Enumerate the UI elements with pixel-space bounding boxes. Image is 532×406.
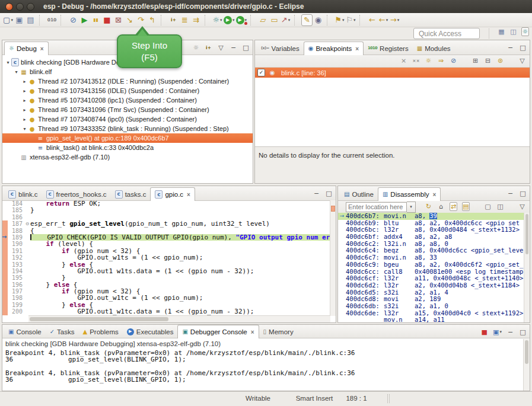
code-editor[interactable]: 184 return ESP_OK;185}186187⊖esp_err_t g… xyxy=(2,200,330,316)
disassembly-line[interactable]: 400dc6db:s32ia2, a1, 0 xyxy=(338,303,524,310)
sync-context-icon[interactable]: ⇄ xyxy=(450,202,457,211)
skip-all-breakpoints-icon[interactable]: ⊘ xyxy=(450,56,457,65)
tab-modules[interactable]: ▦Modules xyxy=(413,42,455,55)
chevron-expanded-icon[interactable]: ▾ xyxy=(13,69,20,75)
minimize-icon[interactable]: − xyxy=(506,328,514,337)
chevron-collapsed-icon[interactable]: ▸ xyxy=(21,117,28,122)
debug-tree-row[interactable]: ▸●Thread #3 1073413156 (IDLE) (Suspended… xyxy=(2,86,253,95)
annotation-navigation-button[interactable]: ◉ xyxy=(313,14,324,26)
editor-horizontal-scrollbar[interactable] xyxy=(28,315,330,322)
step-return-button[interactable]: ↰ xyxy=(146,14,158,26)
debug-tree-row[interactable]: ▸●Thread #2 1073413512 (IDLE : Running) … xyxy=(2,76,253,86)
display-console-icon[interactable]: ▣▾ xyxy=(493,328,502,337)
maximize-icon[interactable]: □ xyxy=(242,43,250,52)
quick-access-input[interactable]: Quick Access xyxy=(413,28,480,39)
debug-tree-row[interactable]: ▸●Thread #7 1073408744 (ipc0) (Suspended… xyxy=(2,114,253,124)
scrollbar-thumb[interactable] xyxy=(525,340,528,364)
suspend-button[interactable]: ▮▮ xyxy=(90,14,101,26)
open-perspective-button[interactable]: ▦ xyxy=(498,27,505,36)
open-resource-button[interactable]: ▭ xyxy=(269,14,280,26)
instruction-stepping-button[interactable]: i+ xyxy=(168,14,179,26)
step-over-button[interactable]: ↷ xyxy=(135,14,146,26)
run-button[interactable]: ▶▾ xyxy=(223,14,235,26)
terminate-console-icon[interactable]: ■ xyxy=(480,328,488,337)
console-output[interactable]: Breakpoint 4, blink_task (pvParameter=0x… xyxy=(2,350,524,389)
tab-tasks[interactable]: ✓Tasks xyxy=(46,325,79,338)
close-tab-icon[interactable]: × xyxy=(433,191,437,198)
close-button[interactable] xyxy=(5,3,13,11)
debug-tree-row[interactable]: ≡blink_task() at blink.c:33 0x400dbc2a xyxy=(2,143,253,152)
debug-tree-row[interactable]: ≡gpio_set_level() at gpio.c:189 0x400dc6… xyxy=(2,133,253,143)
chevron-collapsed-icon[interactable]: ▸ xyxy=(21,88,28,94)
disassembly-line[interactable]: 400dc6de:l32ra15, 0x400d04c0 <_stext+119… xyxy=(338,310,524,317)
debug-tree-row[interactable]: ▸●Thread #6 1073431096 (Tmr Svc) (Suspen… xyxy=(2,105,253,114)
close-tab-icon[interactable]: × xyxy=(40,46,44,52)
minimize-window-button[interactable] xyxy=(16,3,24,11)
previous-annotation-button[interactable]: ⚐▾ xyxy=(345,14,356,26)
save-all-button[interactable]: ▤ xyxy=(25,14,36,26)
minimize-icon[interactable]: − xyxy=(230,43,237,52)
chevron-expanded-icon[interactable]: ▾ xyxy=(21,126,28,132)
show-logical-structure-button[interactable]: ≣ xyxy=(179,14,190,26)
close-tab-icon[interactable]: × xyxy=(187,191,190,198)
disassembly-line[interactable]: →400dc6b7:movi.na8, 39 xyxy=(338,213,524,220)
code-line[interactable]: 200 GPIO.out1_w1tc.data = (1 << (gpio_nu… xyxy=(2,308,330,315)
remove-breakpoint-icon[interactable]: × xyxy=(400,56,407,65)
debug-tree-row[interactable]: ▥xtensa-esp32-elf-gdb (7.10) xyxy=(2,152,253,162)
code-line[interactable]: 187⊖esp_err_t gpio_set_level(gpio_num_t … xyxy=(2,220,330,227)
maximize-icon[interactable]: □ xyxy=(325,189,333,198)
link-with-debug-icon[interactable]: ⊛ xyxy=(496,56,504,65)
show-breakpoints-supported-icon[interactable]: ☼ xyxy=(425,56,432,65)
external-tools-button[interactable]: ↗▾ xyxy=(280,14,291,26)
fold-collapse-icon[interactable]: ⊖ xyxy=(24,220,30,227)
mark-occurrences-button[interactable]: ✎ xyxy=(301,14,313,26)
code-line[interactable]: 196 } else { xyxy=(2,282,330,288)
maximize-icon[interactable]: □ xyxy=(519,43,527,52)
tab-debugger-console[interactable]: ▣Debugger Console× xyxy=(177,325,259,338)
forward-button[interactable]: →▾ xyxy=(389,14,400,26)
maximize-icon[interactable]: □ xyxy=(519,328,527,337)
change-marker[interactable] xyxy=(331,206,335,212)
instruction-stepping-icon[interactable]: i+ xyxy=(205,43,212,52)
maximize-window-button[interactable] xyxy=(27,3,34,11)
code-line[interactable]: 188{ xyxy=(2,228,330,234)
disassembly-line[interactable]: 400dc6d2:l32ra2, 0x400d04b8 <_stext+1184… xyxy=(338,282,524,289)
save-button[interactable]: ▣ xyxy=(14,14,25,26)
maximize-icon[interactable]: □ xyxy=(519,189,527,198)
scrollbar-thumb[interactable] xyxy=(30,317,168,321)
last-edit-location-button[interactable]: ← xyxy=(367,14,378,26)
remove-all-breakpoints-icon[interactable]: ×× xyxy=(412,56,420,65)
show-source-icon[interactable]: ▤ xyxy=(462,202,470,211)
close-tab-icon[interactable]: × xyxy=(355,46,359,52)
code-line[interactable]: →189 GPIO_CHECK(GPIO_IS_VALID_OUTPUT_GPI… xyxy=(2,234,330,241)
cpp-perspective-button[interactable]: ◫ xyxy=(509,27,517,36)
view-menu-icon[interactable]: ▽ xyxy=(518,56,526,65)
breakpoint-checkbox[interactable]: ✓ xyxy=(257,69,265,76)
code-line[interactable]: 184 return ESP_OK; xyxy=(2,200,330,207)
tab-blink-c[interactable]: cblink.c xyxy=(4,188,42,200)
coverage-button[interactable]: ▶▾ xyxy=(235,14,248,26)
view-menu-icon[interactable]: ▽ xyxy=(518,202,526,211)
chevron-collapsed-icon[interactable]: ▸ xyxy=(21,107,28,113)
open-new-view-icon[interactable]: ▢ xyxy=(484,202,492,211)
pin-view-icon[interactable]: ◫ xyxy=(496,202,504,211)
code-line[interactable]: 195 } xyxy=(2,274,330,281)
code-line[interactable]: 194 GPIO.out1_w1ts.data = (1 << (gpio_nu… xyxy=(2,268,330,274)
tab-registers[interactable]: 1010Registers xyxy=(364,42,413,55)
disconnect-button[interactable]: ⊠ xyxy=(113,14,124,26)
debug-tree-row[interactable]: ▾●Thread #9 1073433352 (blink_task : Run… xyxy=(2,124,253,133)
location-input[interactable] xyxy=(346,202,407,212)
chevron-collapsed-icon[interactable]: ▸ xyxy=(21,98,28,103)
breakpoint-row[interactable]: ✓ ◉ blink.c [line: 36] xyxy=(255,68,530,78)
next-annotation-button[interactable]: ⚑▾ xyxy=(334,14,345,26)
minimize-icon[interactable]: − xyxy=(313,189,320,198)
tab-tasks-c[interactable]: ctasks.c xyxy=(111,188,151,200)
home-icon[interactable]: ⌂ xyxy=(437,202,445,211)
location-dropdown-icon[interactable]: ▾ xyxy=(407,202,416,213)
tab-outline[interactable]: ▤Outline xyxy=(340,188,378,200)
new-wizard-button[interactable]: ▢▾ xyxy=(2,14,14,26)
chevron-collapsed-icon[interactable]: ▸ xyxy=(21,79,28,84)
tab-console[interactable]: ▣Console xyxy=(4,325,46,338)
code-line[interactable]: 186 xyxy=(2,214,330,220)
tab-memory[interactable]: ▯Memory xyxy=(259,325,298,338)
